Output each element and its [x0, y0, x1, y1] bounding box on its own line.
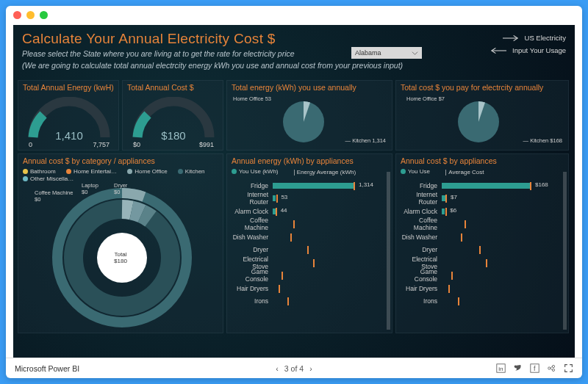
- bar-label: Fridge: [396, 182, 442, 189]
- svg-text:in: in: [498, 366, 503, 372]
- bar-label: Dish Washer: [227, 233, 273, 241]
- page-subtitle-1: Please select the State where you are li…: [22, 48, 566, 59]
- bar-label: Coffee Machine: [227, 217, 273, 231]
- bar-label: Dryer: [396, 246, 442, 253]
- pie-energy: [282, 100, 326, 144]
- bar-label: Hair Dryers: [227, 285, 273, 292]
- footer: Microsoft Power BI ‹ 3 of 4 › in f: [6, 358, 582, 378]
- bar-row: Fridge$168: [396, 179, 561, 192]
- bar-row: Dish Washer: [227, 231, 384, 244]
- bars-cost-panel[interactable]: Annual cost $ by appliances You Use ❘ Av…: [395, 153, 569, 333]
- bar-label: Internet Router: [227, 191, 273, 206]
- facebook-icon[interactable]: f: [530, 363, 539, 373]
- pager: ‹ 3 of 4 ›: [276, 364, 312, 373]
- maximize-icon[interactable]: [40, 11, 48, 19]
- donut-center: Total$180: [18, 251, 223, 264]
- svg-text:f: f: [534, 365, 536, 372]
- bar-row: Irons: [396, 295, 561, 308]
- bar-label: Internet Router: [396, 191, 442, 206]
- bar-label: Irons: [227, 297, 273, 305]
- pie-cost: [456, 100, 501, 144]
- bar-row: Game Console: [227, 269, 384, 283]
- twitter-icon[interactable]: [513, 363, 523, 373]
- bar-row: Coffee Machine: [227, 218, 384, 231]
- bar-label: Dish Washer: [396, 233, 442, 241]
- page-subtitle-2: (We are going to calculate total annual …: [22, 60, 566, 70]
- state-dropdown-value: Alabama: [355, 49, 381, 57]
- window-controls: [6, 6, 582, 25]
- gauge-cost-panel[interactable]: Total Annual Cost $ $180 $0 $991: [122, 80, 223, 151]
- bars-energy-panel[interactable]: Annual energy (kWh) by appliances You Us…: [226, 153, 392, 333]
- pie-cost-panel[interactable]: Total cost $ you pay for electrcity annu…: [395, 80, 569, 151]
- bar-row: Hair Dryers: [396, 282, 561, 295]
- bar-row: Internet Router$7: [396, 192, 561, 206]
- bar-label: Game Console: [227, 268, 273, 283]
- nav-us-electricity[interactable]: US Electricity: [490, 34, 566, 42]
- scrollbar[interactable]: [563, 172, 567, 330]
- donut-panel[interactable]: Annual cost $ by category / appliances B…: [18, 153, 223, 333]
- minimize-icon[interactable]: [26, 11, 35, 19]
- page-next-button[interactable]: ›: [309, 364, 312, 373]
- bar-row: Alarm Clock44: [227, 205, 384, 218]
- bar-row: Electrical Stove: [396, 256, 561, 269]
- scrollbar[interactable]: [387, 172, 390, 330]
- bar-row: Irons: [227, 295, 384, 308]
- linkedin-icon[interactable]: in: [496, 363, 506, 373]
- bar-row: Dryer: [396, 244, 561, 257]
- nav-input-usage[interactable]: Input Your Usage: [490, 46, 566, 54]
- bar-row: Game Console: [396, 269, 561, 283]
- pie-energy-panel[interactable]: Total energy (kWh) you use annually Home…: [226, 80, 392, 151]
- bar-row: Internet Router53: [227, 192, 384, 206]
- report-canvas: Calculate Your Annual Electricity Cost $…: [13, 25, 575, 358]
- arrow-right-icon: [503, 35, 519, 42]
- app-window: Calculate Your Annual Electricity Cost $…: [6, 6, 582, 378]
- bar-row: Alarm Clock$6: [396, 205, 561, 218]
- bar-label: Hair Dryers: [396, 285, 442, 292]
- nav-links: US Electricity Input Your Usage: [490, 34, 566, 59]
- close-icon[interactable]: [13, 11, 21, 19]
- chevron-down-icon: [412, 50, 418, 57]
- bar-label: Dryer: [227, 246, 273, 253]
- page-indicator: 3 of 4: [284, 364, 304, 373]
- share-icon[interactable]: [547, 363, 556, 373]
- brand-label: Microsoft Power BI: [15, 364, 79, 373]
- bar-row: Dryer: [227, 244, 384, 257]
- arrow-left-icon: [490, 47, 506, 54]
- bar-row: Fridge1,314: [227, 179, 384, 192]
- page-title: Calculate Your Annual Electricity Cost $: [22, 31, 566, 47]
- bar-label: Fridge: [227, 182, 273, 189]
- bar-label: Irons: [396, 297, 442, 305]
- bar-row: Electrical Stove: [227, 256, 384, 269]
- bar-row: Coffee Machine: [396, 218, 561, 231]
- bar-label: Alarm Clock: [396, 208, 442, 215]
- gauge-energy-panel[interactable]: Total Annual Energy (kwH) 1,410 0 7,757: [18, 80, 119, 151]
- state-dropdown[interactable]: Alabama: [351, 47, 422, 59]
- page-prev-button[interactable]: ‹: [276, 364, 279, 373]
- bar-label: Alarm Clock: [227, 208, 273, 215]
- bar-label: Game Console: [396, 268, 442, 283]
- bar-row: Dish Washer: [396, 231, 561, 244]
- donut-legend: Bathroom Home Entertai… Home Office Kitc…: [18, 167, 223, 184]
- bar-row: Hair Dryers: [227, 282, 384, 295]
- fullscreen-icon[interactable]: [564, 363, 573, 373]
- bar-label: Coffee Machine: [396, 217, 442, 231]
